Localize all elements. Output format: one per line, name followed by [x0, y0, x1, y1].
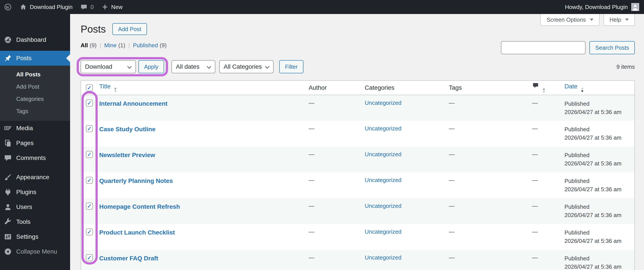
- collapse-arrow-icon: [4, 247, 12, 256]
- search-posts-button[interactable]: Search Posts: [590, 41, 635, 54]
- row-checkbox[interactable]: [86, 203, 93, 210]
- dates-filter-select[interactable]: All dates: [172, 60, 215, 73]
- visit-site-link[interactable]: Download Plugin: [16, 0, 76, 14]
- admin-sidebar: Dashboard Posts All Posts Add Post Categ…: [0, 14, 70, 270]
- chevron-down-icon: [590, 18, 594, 21]
- row-checkbox[interactable]: [86, 254, 93, 261]
- help-button[interactable]: Help: [604, 14, 635, 26]
- filter-button[interactable]: Filter: [279, 60, 304, 73]
- row-checkbox[interactable]: [86, 151, 93, 158]
- wordpress-admin-posts-page: Download Plugin 0 New Howdy, Download Pl…: [0, 0, 644, 270]
- row-checkbox[interactable]: [86, 100, 93, 107]
- categories-filter-select[interactable]: All Categories: [219, 60, 274, 73]
- chevron-down-icon: [207, 64, 211, 69]
- post-title-link[interactable]: Internal Announcement: [99, 100, 168, 108]
- media-icon: [4, 124, 12, 133]
- view-mine-link[interactable]: Mine: [104, 42, 116, 48]
- row-checkbox[interactable]: [86, 177, 93, 184]
- site-name: Download Plugin: [30, 4, 72, 10]
- comments-cell: —: [532, 229, 538, 235]
- apply-button[interactable]: Apply: [138, 60, 164, 73]
- comments-admin-bar-item[interactable]: 0: [76, 0, 98, 14]
- post-date: 2026/04/27 at 5:36 am: [564, 211, 630, 219]
- comments-icon: [4, 154, 12, 162]
- sidebar-item-users[interactable]: Users: [0, 200, 70, 214]
- post-title-link[interactable]: Quarterly Planning Notes: [99, 177, 173, 185]
- page-title: Posts: [80, 23, 106, 35]
- sidebar-item-media[interactable]: Media: [0, 121, 70, 136]
- category-link[interactable]: Uncategorized: [365, 229, 402, 235]
- tags-cell: —: [449, 125, 454, 132]
- select-all-checkbox[interactable]: [86, 84, 93, 91]
- sidebar-item-posts[interactable]: Posts: [0, 51, 70, 66]
- sidebar-item-pages[interactable]: Pages: [0, 136, 70, 151]
- author-cell: —: [309, 100, 314, 106]
- wordpress-logo-menu[interactable]: [0, 0, 16, 14]
- chevron-down-icon: [127, 64, 132, 69]
- user-avatar[interactable]: [631, 3, 639, 11]
- dashboard-icon: [4, 35, 12, 44]
- sidebar-item-dashboard[interactable]: Dashboard: [0, 32, 70, 47]
- category-link[interactable]: Uncategorized: [365, 177, 402, 183]
- sort-by-date-link[interactable]: Date: [564, 83, 578, 90]
- sidebar-item-comments[interactable]: Comments: [0, 151, 70, 165]
- add-post-button[interactable]: Add Post: [112, 23, 147, 35]
- screen-options-button[interactable]: Screen Options: [540, 14, 599, 26]
- posts-table: Title▲▼ Author Categories Tags ▲▼: [80, 80, 635, 270]
- items-count: 9 items: [616, 63, 635, 70]
- paintbrush-icon: [4, 173, 12, 182]
- category-link[interactable]: Uncategorized: [365, 203, 402, 209]
- author-cell: —: [309, 229, 314, 235]
- sort-arrows-icon: ▲▼: [114, 87, 117, 93]
- post-title-link[interactable]: Customer FAQ Draft: [99, 254, 158, 263]
- table-row: Newsletter Preview — Uncategorized — — P…: [81, 147, 634, 172]
- category-link[interactable]: Uncategorized: [365, 254, 402, 261]
- table-row: Case Study Outline — Uncategorized — — P…: [81, 121, 634, 147]
- post-title-link[interactable]: Homepage Content Refresh: [99, 203, 180, 211]
- collapse-menu-button[interactable]: Collapse Menu: [0, 244, 70, 259]
- posts-submenu: All Posts Add Post Categories Tags: [0, 66, 70, 121]
- categories-column-header: Categories: [365, 84, 394, 91]
- bulk-action-select[interactable]: Download: [80, 60, 136, 73]
- category-link[interactable]: Uncategorized: [365, 151, 402, 158]
- category-link[interactable]: Uncategorized: [365, 125, 402, 132]
- post-title-link[interactable]: Case Study Outline: [99, 125, 156, 133]
- row-checkbox[interactable]: [86, 125, 93, 132]
- post-status: Published: [564, 203, 630, 211]
- search-input[interactable]: [501, 41, 586, 54]
- post-title-link[interactable]: Product Launch Checklist: [99, 229, 175, 237]
- post-status: Published: [564, 100, 630, 108]
- submenu-item-add-post[interactable]: Add Post: [0, 80, 70, 93]
- sidebar-item-appearance[interactable]: Appearance: [0, 170, 70, 185]
- post-title-link[interactable]: Newsletter Preview: [99, 151, 155, 159]
- comments-cell: —: [532, 125, 538, 132]
- home-icon: [20, 3, 27, 10]
- post-status: Published: [564, 151, 630, 159]
- sort-by-title-link[interactable]: Title: [99, 83, 110, 90]
- row-checkbox[interactable]: [86, 229, 93, 236]
- submenu-item-tags[interactable]: Tags: [0, 105, 70, 117]
- submenu-item-all-posts[interactable]: All Posts: [0, 68, 70, 80]
- list-table-toolbar: Download Apply All dates All Categories …: [80, 60, 635, 73]
- post-date: 2026/04/27 at 5:36 am: [564, 133, 630, 142]
- submenu-item-categories[interactable]: Categories: [0, 93, 70, 105]
- post-date: 2026/04/27 at 5:36 am: [564, 108, 630, 116]
- table-row: Internal Announcement — Uncategorized — …: [81, 95, 634, 121]
- table-row: Product Launch Checklist — Uncategorized…: [81, 224, 634, 250]
- author-cell: —: [309, 254, 314, 261]
- howdy-text[interactable]: Howdy, Download Plugin: [565, 4, 628, 10]
- sort-by-comments-link[interactable]: [532, 82, 539, 89]
- view-published-link[interactable]: Published: [133, 42, 158, 48]
- comment-bubble-icon: [532, 82, 539, 89]
- sort-arrows-icon: ▲▼: [580, 87, 584, 93]
- tags-cell: —: [449, 203, 454, 209]
- sidebar-item-plugins[interactable]: Plugins: [0, 185, 70, 200]
- author-cell: —: [309, 151, 314, 158]
- sidebar-item-settings[interactable]: Settings: [0, 229, 70, 244]
- new-content-menu[interactable]: New: [98, 0, 126, 14]
- tags-cell: —: [449, 177, 454, 183]
- comments-cell: —: [532, 177, 538, 183]
- view-all-link[interactable]: All: [80, 42, 88, 48]
- category-link[interactable]: Uncategorized: [365, 100, 402, 106]
- sidebar-item-tools[interactable]: Tools: [0, 214, 70, 229]
